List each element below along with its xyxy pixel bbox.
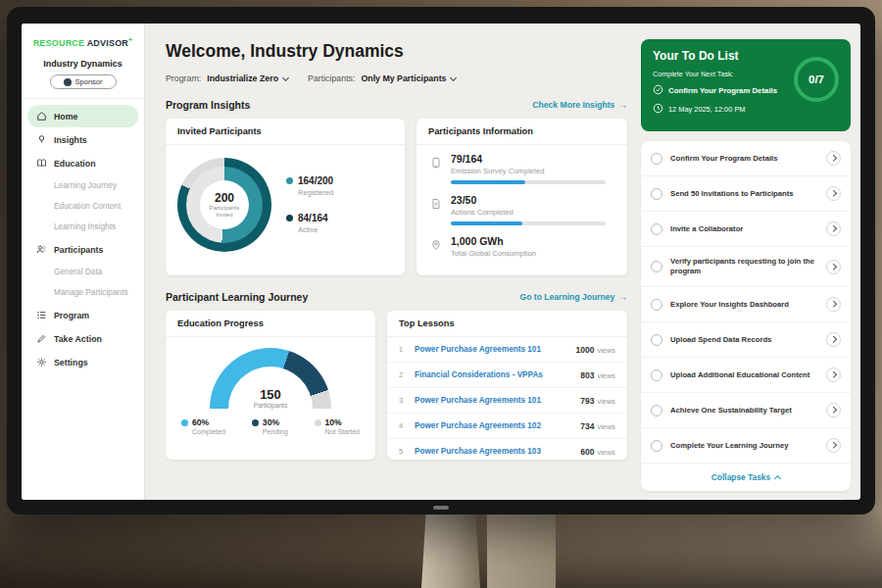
stat-label: Actions Completed: [451, 208, 606, 217]
donut-legend: 164/200 Registered 84/164 Active: [286, 175, 333, 234]
legend-dot-icon: [315, 419, 321, 426]
chevron-right-icon: [830, 190, 836, 196]
task-open-button[interactable]: [826, 151, 841, 166]
task-row[interactable]: Complete Your Learning Journey: [641, 428, 851, 464]
section-title: Participant Learning Journey: [166, 291, 308, 303]
sidebar-item-label: Settings: [54, 358, 88, 368]
top-lessons-card: Top Lessons 1 Power Purchase Agreements …: [387, 311, 627, 460]
people-icon: [36, 244, 47, 255]
task-open-button[interactable]: [826, 186, 841, 201]
task-checkbox[interactable]: [651, 334, 662, 346]
stat-row: 23/50 Actions Completed: [416, 186, 627, 227]
task-open-button[interactable]: [826, 403, 841, 417]
go-to-learning-journey-link[interactable]: Go to Learning Journey →: [519, 292, 627, 302]
sidebar-item-settings[interactable]: Settings: [27, 351, 138, 373]
lesson-link[interactable]: Power Purchase Agreements 101: [415, 396, 572, 405]
monitor-logo: [433, 506, 449, 510]
task-checkbox[interactable]: [651, 153, 662, 165]
lesson-views: 734views: [580, 421, 615, 431]
gear-icon: [36, 357, 47, 368]
participants-information-card: Participants Information 79/164 Emission…: [416, 119, 627, 275]
task-row[interactable]: Confirm Your Program Details: [641, 141, 851, 176]
chevron-down-icon: [450, 74, 457, 80]
task-checkbox[interactable]: [651, 188, 662, 200]
task-checkbox[interactable]: [651, 440, 662, 452]
sidebar-item-insights[interactable]: Insights: [27, 128, 138, 151]
location-pin-icon: [430, 235, 442, 258]
sidebar-item-take-action[interactable]: Take Action: [27, 327, 138, 350]
collapse-tasks-button[interactable]: Collapse Tasks: [641, 464, 851, 491]
todo-due: 12 May 2025, 12:00 PM: [653, 103, 839, 116]
task-row[interactable]: Explore Your Insights Dashboard: [641, 287, 851, 322]
task-open-button[interactable]: [826, 438, 841, 453]
lesson-link[interactable]: Power Purchase Agreements 102: [415, 421, 572, 430]
task-row[interactable]: Achieve One Sustainability Target: [641, 393, 851, 428]
sidebar-item-learning-insights[interactable]: Learning Insights: [22, 217, 144, 237]
sidebar-item-home[interactable]: Home: [27, 105, 138, 127]
invited-participants-card: Invited Participants 200 Participants In…: [166, 119, 405, 275]
legend-value: 164/200: [298, 175, 333, 186]
lesson-link[interactable]: Financial Considerations - VPPAs: [415, 370, 572, 379]
book-icon: [36, 158, 47, 169]
stat-row: 1,000 GWh Total Global Consumption: [416, 227, 627, 260]
logo-plus: +: [128, 36, 132, 43]
legend-label: Not Started: [325, 428, 360, 435]
gauge-label: Participants: [210, 402, 331, 409]
progress-bar: [451, 180, 606, 184]
lesson-row: 2 Financial Considerations - VPPAs 803vi…: [387, 363, 627, 388]
right-panel: Your To Do List Complete Your Next Task:…: [641, 39, 851, 500]
document-icon: [430, 194, 442, 225]
task-checkbox[interactable]: [651, 223, 662, 235]
task-open-button[interactable]: [826, 332, 841, 347]
legend-dot-icon: [252, 419, 259, 426]
task-open-button[interactable]: [826, 297, 841, 312]
stat-label: Emission Survey Completed: [451, 167, 606, 175]
lesson-row: 5 Power Purchase Agreements 103 600views: [387, 439, 627, 464]
task-row[interactable]: Send 50 Invitations to Participants: [641, 176, 851, 212]
task-checkbox[interactable]: [651, 369, 662, 381]
chevron-right-icon: [830, 301, 836, 307]
check-more-insights-link[interactable]: Check More Insights →: [532, 100, 627, 110]
legend-value: 84/164: [298, 213, 328, 223]
sidebar-item-label: Take Action: [54, 334, 102, 344]
sidebar-item-label: Insights: [54, 135, 87, 145]
sidebar-divider: [22, 98, 144, 99]
chevron-up-icon: [774, 475, 781, 482]
sidebar-item-participants[interactable]: Participants: [27, 238, 138, 261]
task-row[interactable]: Verify participants requesting to join t…: [641, 247, 851, 287]
task-row[interactable]: Upload Spend Data Records: [641, 322, 851, 358]
task-checkbox[interactable]: [651, 261, 662, 272]
task-checkbox[interactable]: [651, 299, 662, 311]
program-filter-label: Program:: [166, 74, 201, 83]
sidebar-item-education[interactable]: Education: [27, 152, 138, 174]
stat-label: Total Global Consumption: [451, 249, 536, 258]
sidebar-item-label: Education: [54, 159, 96, 169]
participants-filter-value: Only My Participants: [361, 74, 446, 83]
task-open-button[interactable]: [826, 368, 841, 382]
check-circle-icon: [653, 84, 663, 97]
sidebar-item-education-content[interactable]: Education Content: [22, 196, 144, 217]
sidebar-item-program[interactable]: Program: [27, 304, 138, 326]
sidebar-item-learning-journey[interactable]: Learning Journey: [22, 175, 144, 196]
card-title: Education Progress: [166, 311, 375, 337]
program-filter-select[interactable]: Industrialize Zero: [207, 74, 288, 83]
participants-filter-select[interactable]: Only My Participants: [361, 74, 456, 83]
survey-icon: [430, 153, 442, 184]
card-title: Invited Participants: [166, 119, 405, 145]
sidebar-item-label: Participants: [54, 245, 103, 255]
invited-participants-chart: 200 Participants Invited 164/200 Registe…: [166, 145, 405, 252]
task-open-button[interactable]: [826, 260, 841, 274]
sidebar-item-general-data[interactable]: General Data: [22, 262, 144, 282]
task-row[interactable]: Invite a Collaborator: [641, 212, 851, 247]
sponsor-badge: Sponsor: [50, 74, 117, 89]
lesson-views: 803views: [580, 370, 615, 380]
legend-label: Registered: [298, 188, 333, 197]
lesson-link[interactable]: Power Purchase Agreements 101: [415, 345, 568, 354]
task-row[interactable]: Upload Additional Educational Content: [641, 358, 851, 393]
chevron-right-icon: [830, 442, 836, 448]
task-open-button[interactable]: [826, 221, 841, 236]
lesson-link[interactable]: Power Purchase Agreements 103: [415, 447, 572, 456]
chevron-right-icon: [830, 407, 836, 413]
task-checkbox[interactable]: [651, 405, 662, 416]
sidebar-item-manage-participants[interactable]: Manage Participants: [22, 282, 144, 303]
